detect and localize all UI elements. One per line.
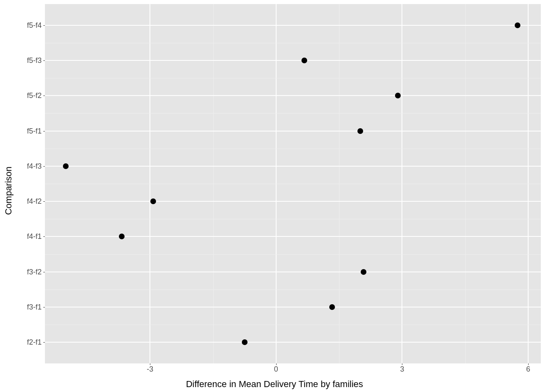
grid-h-major xyxy=(45,131,541,131)
y-tick-label: f3-f1 xyxy=(27,303,42,311)
y-tick-mark xyxy=(43,236,45,237)
y-tick-label: f4-f2 xyxy=(27,197,42,206)
y-tick-label: f5-f2 xyxy=(27,91,42,100)
y-tick-mark xyxy=(43,131,45,131)
grid-h-major xyxy=(45,201,541,202)
grid-h-minor xyxy=(45,325,541,325)
chart-container: Comparison Difference in Mean Delivery T… xyxy=(0,0,549,392)
data-point xyxy=(150,198,156,204)
y-tick-mark xyxy=(43,166,45,167)
grid-h-major xyxy=(45,272,541,272)
y-tick-label: f4-f3 xyxy=(27,162,42,170)
data-point xyxy=(63,163,69,169)
y-tick-mark xyxy=(43,96,45,96)
x-tick-label: 0 xyxy=(274,365,278,374)
y-tick-label: f4-f1 xyxy=(27,232,42,241)
y-tick-mark xyxy=(43,342,45,343)
y-tick-label: f3-f2 xyxy=(27,267,42,276)
grid-h-minor xyxy=(45,149,541,149)
grid-h-major xyxy=(45,60,541,61)
grid-h-major xyxy=(45,25,541,26)
y-tick-mark xyxy=(43,25,45,26)
x-tick-label: 6 xyxy=(526,365,530,374)
grid-h-minor xyxy=(45,254,541,255)
y-tick-label: f5-f3 xyxy=(27,56,42,65)
data-point xyxy=(301,58,307,63)
data-point xyxy=(357,128,363,134)
plot-area: -3036f2-f1f3-f1f3-f2f4-f1f4-f2f4-f3f5-f1… xyxy=(45,4,541,363)
y-tick-label: f5-f4 xyxy=(27,21,42,29)
y-tick-mark xyxy=(43,201,45,202)
grid-h-minor xyxy=(45,184,541,184)
y-tick-label: f5-f1 xyxy=(27,127,42,135)
y-tick-mark xyxy=(43,60,45,61)
grid-h-minor xyxy=(45,43,541,43)
grid-h-minor xyxy=(45,113,541,114)
y-tick-mark xyxy=(43,272,45,272)
data-point xyxy=(242,339,248,345)
grid-h-major xyxy=(45,95,541,96)
data-point xyxy=(329,304,335,310)
data-point xyxy=(119,234,125,239)
grid-h-major xyxy=(45,342,541,343)
data-point xyxy=(515,22,520,28)
y-tick-label: f2-f1 xyxy=(27,338,42,347)
data-point xyxy=(361,269,366,275)
grid-h-minor xyxy=(45,219,541,219)
grid-h-minor xyxy=(45,78,541,78)
grid-h-minor xyxy=(45,290,541,290)
x-tick-label: -3 xyxy=(147,365,153,374)
y-axis-title: Comparison xyxy=(3,142,14,191)
y-tick-mark xyxy=(43,307,45,307)
data-point xyxy=(395,93,401,98)
grid-h-major xyxy=(45,307,541,307)
x-tick-label: 3 xyxy=(400,365,404,374)
grid-h-major xyxy=(45,166,541,167)
x-axis-title: Difference in Mean Delivery Time by fami… xyxy=(0,379,549,390)
